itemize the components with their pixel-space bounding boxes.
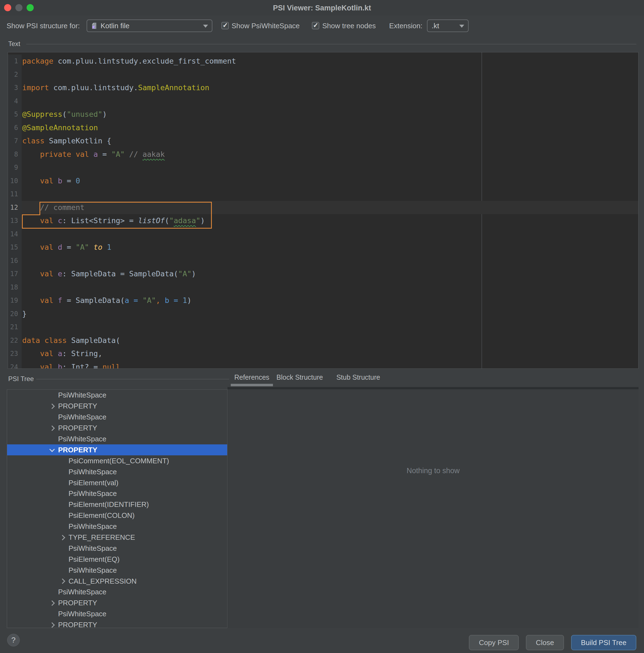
text-section-label: Text [8,40,20,48]
tree-node-label: PsiElement(COLON) [69,511,134,520]
code-line[interactable]: 17 val e: SampleData = SampleData("A") [8,267,638,281]
tree-node-psielement-val[interactable]: PsiElement(val) [7,477,227,488]
code-text: val a: String, [22,347,638,361]
help-button[interactable]: ? [7,634,20,647]
chevron-box [46,426,58,430]
tree-node-label: PsiElement(IDENTIFIER) [69,500,149,509]
code-line[interactable]: 21 [8,320,638,334]
code-line[interactable]: 16 [8,254,638,268]
code-line[interactable]: 3import com.pluu.lintstudy.SampleAnnotat… [8,81,638,95]
chevron-right-icon[interactable] [49,404,55,409]
code-text [22,320,638,334]
code-editor[interactable]: 1package com.pluu.lintstudy.exclude_firs… [8,52,639,369]
chevron-box [56,536,69,539]
file-type-value: Kotlin file [101,22,130,30]
extension-dropdown[interactable]: .kt [427,20,469,32]
empty-state-text: Nothing to show [228,466,639,475]
line-number: 10 [8,174,22,188]
line-number: 7 [8,134,22,148]
tree-node-label: PsiWhiteSpace [69,489,117,498]
tree-node-label: PsiWhiteSpace [69,544,117,553]
line-number: 22 [8,334,22,347]
line-number: 2 [8,68,22,81]
tree-node-psiwhitespace[interactable]: PsiWhiteSpace [7,434,227,445]
line-number: 12 [8,201,22,214]
code-line[interactable]: 1package com.pluu.lintstudy.exclude_firs… [8,54,638,68]
line-number: 15 [8,241,22,254]
tab-block-structure[interactable]: Block Structure [273,371,327,384]
code-line[interactable]: 22data class SampleData( [8,334,638,347]
code-line[interactable]: 19 val f = SampleData(a = "A", b = 1) [8,294,638,307]
tree-node-type-reference[interactable]: TYPE_REFERENCE [7,532,227,543]
tree-node-psiwhitespace[interactable]: PsiWhiteSpace [7,543,227,554]
extension-value: .kt [431,22,439,30]
tree-node-psielement-colon[interactable]: PsiElement(COLON) [7,510,227,521]
tree-node-call-expression[interactable]: CALL_EXPRESSION [7,576,227,587]
show-psiwhitespace-checkbox[interactable] [221,22,229,29]
code-line[interactable]: 8 private val a = "A" // aakak [8,148,638,161]
tree-node-property[interactable]: PROPERTY [7,401,227,412]
line-number: 8 [8,148,22,161]
chevron-right-icon[interactable] [49,426,55,431]
close-button[interactable]: Close [526,635,564,650]
tree-node-property[interactable]: PROPERTY [7,620,227,628]
chevron-right-icon[interactable] [60,535,65,540]
tree-node-property[interactable]: PROPERTY [7,598,227,609]
code-line[interactable]: 9 [8,161,638,174]
code-line[interactable]: 23 val a: String, [8,347,638,361]
chevron-right-icon[interactable] [49,600,55,606]
tree-node-psielement-eq[interactable]: PsiElement(EQ) [7,554,227,565]
tree-node-label: PsiWhiteSpace [58,391,106,400]
code-line[interactable]: 7class SampleKotlin { [8,134,638,148]
show-tree-nodes-checkbox[interactable] [312,22,319,29]
code-text [22,227,638,241]
chevron-right-icon[interactable] [49,622,55,628]
chevron-box [46,623,58,627]
tree-node-psicomment-eol-comment[interactable]: PsiComment(EOL_COMMENT) [7,455,227,466]
tree-node-psiwhitespace[interactable]: PsiWhiteSpace [7,565,227,576]
psi-tree-panel[interactable]: PsiWhiteSpacePROPERTYPsiWhiteSpacePROPER… [7,389,227,628]
chevron-right-icon[interactable] [60,578,65,584]
copy-psi-button[interactable]: Copy PSI [469,635,519,650]
tree-node-psiwhitespace[interactable]: PsiWhiteSpace [7,488,227,499]
build-psi-tree-button[interactable]: Build PSI Tree [571,635,636,650]
tree-node-label: PROPERTY [58,621,97,628]
tree-node-psielement-identifier[interactable]: PsiElement(IDENTIFIER) [7,499,227,510]
chevron-down-icon[interactable] [49,446,55,452]
code-text: @SampleAnnotation [22,121,638,135]
tree-node-psiwhitespace[interactable]: PsiWhiteSpace [7,390,227,401]
line-number: 16 [8,254,22,268]
file-type-dropdown[interactable]: Kotlin file [86,20,213,32]
line-number: 23 [8,347,22,361]
line-number: 14 [8,227,22,241]
chevron-box [46,449,58,451]
kotlin-file-icon [90,22,98,30]
code-line[interactable]: 24 val b: Int? = null [8,361,638,369]
tab-references[interactable]: References [231,371,273,384]
tree-node-psiwhitespace[interactable]: PsiWhiteSpace [7,521,227,532]
code-line[interactable]: 15 val d = "A" to 1 [8,241,638,254]
tree-node-label: PROPERTY [58,599,97,607]
tree-node-psiwhitespace[interactable]: PsiWhiteSpace [7,587,227,598]
tree-node-property[interactable]: PROPERTY [7,423,227,434]
code-line[interactable]: 14 [8,227,638,241]
tree-node-psiwhitespace[interactable]: PsiWhiteSpace [7,466,227,477]
code-line[interactable]: 20} [8,307,638,321]
code-line[interactable]: 4 [8,95,638,108]
line-number: 20 [8,307,22,321]
code-line[interactable]: 18 [8,281,638,294]
tree-node-psiwhitespace[interactable]: PsiWhiteSpace [7,412,227,423]
line-number: 21 [8,320,22,334]
references-panel: Nothing to show [227,387,639,628]
code-line[interactable]: 5@Suppress("unused") [8,108,638,121]
code-text [22,95,638,108]
code-line[interactable]: 2 [8,68,638,81]
title-bar[interactable]: PSI Viewer: SampleKotlin.kt [0,0,644,15]
line-number: 11 [8,188,22,201]
tab-stub-structure[interactable]: Stub Structure [333,371,383,384]
code-line[interactable]: 11 [8,188,638,201]
code-line[interactable]: 6@SampleAnnotation [8,121,638,135]
tree-node-psiwhitespace[interactable]: PsiWhiteSpace [7,609,227,620]
code-line[interactable]: 10 val b = 0 [8,174,638,188]
tree-node-property[interactable]: PROPERTY [7,444,227,455]
